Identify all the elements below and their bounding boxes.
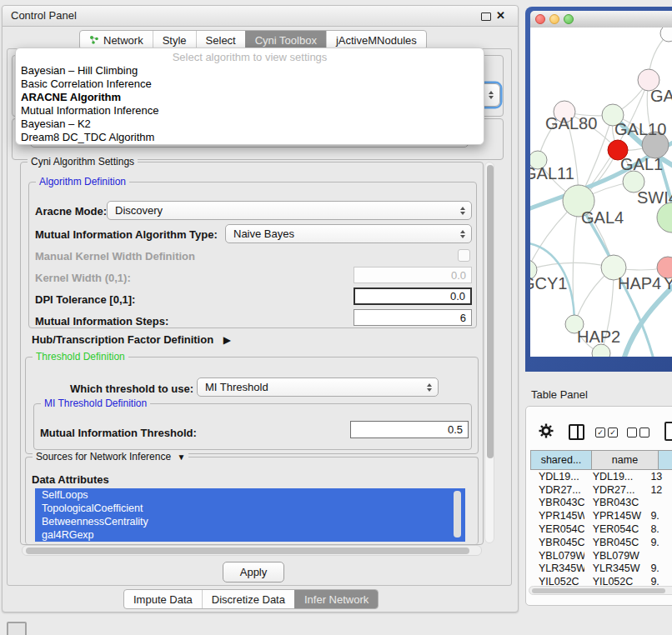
cyni-bottom-tabbar: Impute DataDiscretize DataInfer Network (123, 589, 379, 609)
table-row[interactable]: YER054CYER054C8. (530, 522, 672, 536)
dropdown-item[interactable]: Bayesian – K2 (16, 118, 484, 131)
tab-label: jActiveMNodules (336, 34, 417, 47)
table-cell: YBL079W (530, 550, 584, 562)
tab-select[interactable]: Select (196, 31, 245, 49)
table-cell: YIL052C (584, 576, 643, 585)
mi-steps-field[interactable]: 6 (354, 309, 472, 326)
table-row[interactable]: YIL052CYIL052C9. (530, 575, 672, 585)
table-horizontal-scrollbar[interactable] (529, 586, 672, 595)
column-header[interactable]: name (592, 450, 659, 470)
minimized-panel-icon[interactable] (7, 622, 27, 635)
algorithm-dropdown-popup: Select algorithm to view settings Bayesi… (15, 48, 484, 145)
dpi-tolerance-label: DPI Tolerance [0,1]: (35, 293, 135, 306)
data-attributes-list[interactable]: SelfLoopsTopologicalCoefficientBetweenne… (35, 488, 465, 542)
attribute-item[interactable]: SelfLoops (35, 488, 465, 502)
hub-definition-label: Hub/Transcription Factor Definition (32, 333, 213, 346)
network-node[interactable] (592, 344, 610, 357)
network-node[interactable] (657, 202, 672, 232)
unchecked-box-icon (639, 428, 649, 438)
apply-button[interactable]: Apply (223, 562, 284, 582)
dropdown-item[interactable]: ARACNE Algorithm (16, 91, 484, 104)
tab-infer-network[interactable]: Infer Network (294, 590, 378, 608)
table-row[interactable]: YDL19...YDL19...13 (530, 470, 672, 483)
settings-horizontal-scrollbar[interactable] (22, 545, 482, 556)
dropdown-item-list: Bayesian – Hill ClimbingBasic Correlatio… (16, 64, 484, 144)
dropdown-prompt: Select algorithm to view settings (16, 48, 484, 64)
table-cell: YDR27... (584, 484, 643, 496)
aracne-mode-combobox[interactable]: Discovery (107, 201, 472, 220)
attribute-item[interactable]: TopologicalCoefficient (35, 502, 465, 515)
network-node[interactable] (660, 28, 672, 42)
node-label: GAL11 (530, 164, 574, 182)
node-label: SWI4 (637, 188, 672, 207)
network-window-titlebar[interactable] (530, 11, 672, 28)
table-row[interactable]: YBR045CYBR045C9. (530, 536, 672, 549)
table-cell: YIL052C (530, 576, 584, 585)
close-icon[interactable]: ✕ (496, 9, 505, 22)
hub-definition-expander[interactable]: Hub/Transcription Factor Definition ▶ (32, 333, 231, 346)
threshold-definition-title: Threshold Definition (33, 351, 128, 362)
attribute-item[interactable]: BetweennessCentrality (35, 515, 465, 528)
gear-icon[interactable] (539, 423, 554, 438)
combo-arrows-icon (460, 230, 465, 238)
screen: Control Panel ✕ NetworkStyleSelectCyni T… (0, 0, 672, 635)
scrollbar-thumb[interactable] (26, 548, 469, 554)
table-cell: 13 (642, 471, 672, 482)
control-panel-titlebar[interactable]: Control Panel ✕ (3, 6, 518, 27)
dropdown-item[interactable]: Bayesian – Hill Climbing (16, 64, 484, 78)
tab-network[interactable]: Network (80, 31, 153, 49)
table-row[interactable]: YPR145WYPR145W9. (530, 509, 672, 522)
document-icon[interactable] (664, 422, 672, 441)
attribute-item[interactable]: gal4RGexp (35, 528, 465, 542)
scrollbar-thumb[interactable] (532, 588, 665, 593)
zoom-traffic-light[interactable] (564, 14, 574, 24)
table-row[interactable]: YBR043CYBR043C (530, 497, 672, 510)
dropdown-item[interactable]: Basic Correlation Inference (16, 78, 484, 91)
sources-title[interactable]: Sources for Network Inference ▼ (33, 451, 188, 462)
data-attributes-label: Data Attributes (32, 473, 109, 486)
column-header[interactable] (659, 450, 672, 470)
tab-impute-data[interactable]: Impute Data (124, 590, 202, 608)
tab-cyni-toolbox[interactable]: Cyni Toolbox (245, 31, 326, 49)
split-columns-icon[interactable] (569, 424, 584, 440)
settings-vertical-scrollbar[interactable] (484, 162, 494, 543)
tab-discretize-data[interactable]: Discretize Data (202, 590, 294, 608)
column-header[interactable]: shared... (530, 450, 592, 470)
deselect-all-checks-icon[interactable] (627, 428, 652, 438)
apply-button-label: Apply (240, 566, 268, 578)
manual-kernel-checkbox[interactable] (458, 249, 470, 262)
select-all-checks-icon[interactable]: ✓ ✓ (595, 428, 620, 438)
mi-type-combobox[interactable]: Naive Bayes (225, 224, 472, 243)
table-cell: YBR045C (584, 537, 643, 548)
dropdown-item[interactable]: Mutual Information Inference (16, 104, 484, 118)
tab-style[interactable]: Style (153, 31, 196, 49)
table-cell: YBR045C (530, 537, 584, 548)
table-cell: 8. (642, 523, 672, 535)
network-view-canvas[interactable]: GALGAL80GAL10GAL1GAL11SWI4GAL4GCY1HAP4YH… (530, 28, 672, 357)
algorithm-definition-title: Algorithm Definition (36, 176, 129, 188)
table-row[interactable]: YLR345WYLR345W9. (530, 562, 672, 576)
table-row[interactable]: YDR27...YDR27...12 (530, 483, 672, 497)
dpi-tolerance-field[interactable]: 0.0 (354, 288, 472, 305)
table-cell: YLR345W (530, 562, 584, 574)
close-traffic-light[interactable] (535, 14, 545, 24)
manual-kernel-label: Manual Kernel Width Definition (35, 250, 195, 262)
tab-jactivemnodules[interactable]: jActiveMNodules (326, 31, 426, 49)
table-cell: YDR27... (530, 484, 584, 496)
float-window-icon[interactable] (481, 12, 491, 21)
attribute-list-scrollbar[interactable] (454, 491, 461, 538)
minimize-traffic-light[interactable] (549, 14, 559, 24)
dropdown-item[interactable]: Dream8 DC_TDC Algorithm (16, 131, 484, 144)
table-cell: YPR145W (530, 510, 584, 522)
table-cell: 9. (642, 562, 672, 574)
table-row[interactable]: YBL079WYBL079W (530, 549, 672, 562)
table-cell: YER054C (530, 523, 584, 535)
mi-threshold-field[interactable]: 0.5 (350, 421, 469, 438)
expander-arrow-icon: ▶ (223, 334, 231, 346)
mi-steps-label: Mutual Information Steps: (35, 315, 168, 328)
kernel-width-field[interactable]: 0.0 (354, 267, 472, 283)
scrollbar-thumb[interactable] (487, 165, 494, 458)
which-threshold-combobox[interactable]: MI Threshold (197, 378, 439, 397)
node-label: GAL80 (545, 114, 597, 132)
kernel-width-label: Kernel Width (0,1): (35, 272, 131, 284)
